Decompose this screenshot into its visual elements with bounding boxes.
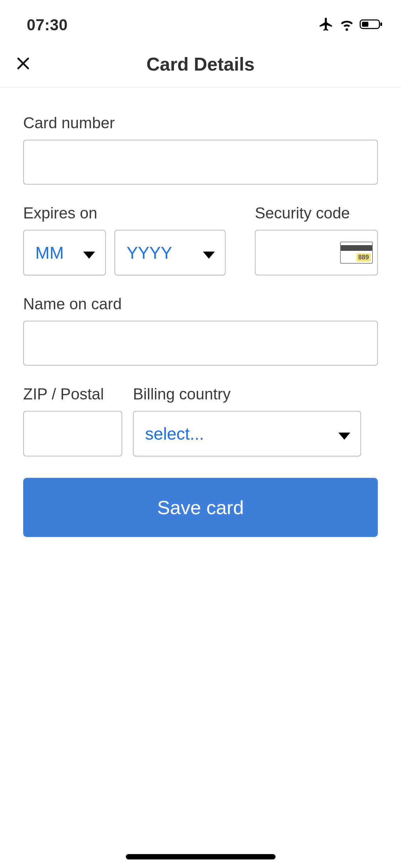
zip-label: ZIP / Postal [23,385,122,403]
svg-rect-2 [380,22,382,26]
cvv-card-icon: 889 [340,242,373,264]
cvv-hint-text: 889 [356,253,371,262]
expiry-month-select[interactable]: MM [23,230,106,275]
svg-marker-3 [83,252,95,259]
billing-country-placeholder: select... [145,424,204,444]
status-bar: 07:30 [0,0,401,41]
chevron-down-icon [83,243,95,263]
billing-country-select[interactable]: select... [133,411,361,456]
chevron-down-icon [338,424,350,444]
expiry-year-select[interactable]: YYYY [114,230,226,275]
svg-marker-5 [338,433,350,440]
name-on-card-label: Name on card [23,295,378,313]
name-on-card-input[interactable] [23,321,378,366]
expiry-month-placeholder: MM [35,243,64,263]
zip-input[interactable] [23,411,122,456]
billing-country-label: Billing country [133,385,378,403]
status-icons [318,16,383,33]
chevron-down-icon [203,243,215,263]
close-button[interactable] [12,53,34,75]
airplane-mode-icon [318,16,334,33]
page-header: Card Details [0,41,401,87]
expires-label: Expires on [23,204,244,222]
home-indicator[interactable] [126,854,276,859]
card-number-label: Card number [23,114,378,132]
close-icon [15,55,32,73]
svg-rect-1 [362,22,369,27]
page-title: Card Details [0,53,401,75]
security-code-label: Security code [255,204,378,222]
svg-marker-4 [203,252,215,259]
status-time: 07:30 [27,16,68,34]
expiry-year-placeholder: YYYY [127,243,172,263]
wifi-icon [339,17,354,33]
save-card-button[interactable]: Save card [23,478,378,537]
card-form: Card number Expires on MM YYYY [0,87,401,537]
battery-icon [360,19,383,31]
card-number-input[interactable] [23,140,378,185]
